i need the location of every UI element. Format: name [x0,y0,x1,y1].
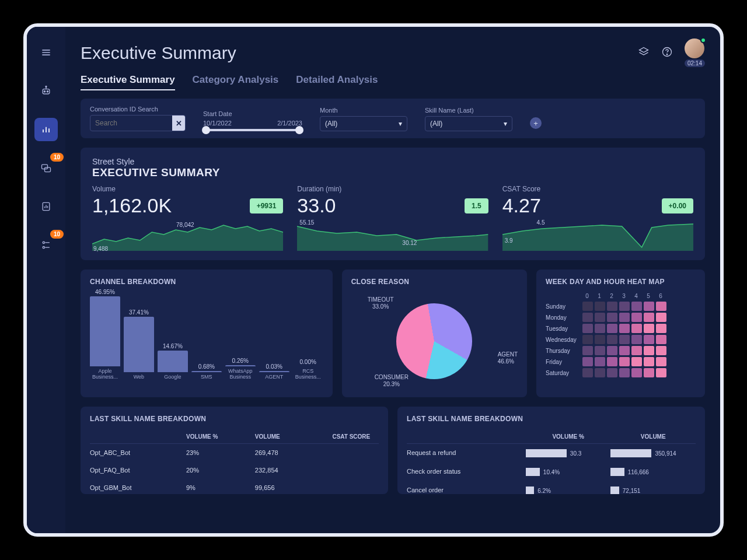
heat-row-friday: Friday [546,357,696,366]
channel-breakdown-panel: CHANNEL BREAKDOWN 46.95%Apple Business..… [81,270,333,397]
pie-label-agent: AGENT46.6% [498,351,518,365]
table-row: Cancel order 6.2% 72,151 [407,481,696,494]
bar-whatsapp-business: 0.26%WhatsApp Business [225,358,256,380]
pie-label-timeout: TIMEOUT33.0% [368,296,394,310]
kpi-delta: +0.00 [662,198,693,214]
reports-icon[interactable] [34,195,58,218]
session-timer: 02:14 [685,60,705,67]
heat-row-saturday: Saturday [546,368,696,377]
heat-row-tuesday: Tuesday [546,324,696,333]
bar-google: 14.67%Google [158,343,188,380]
skill-right-title: LAST SKILL NAME BREAKDOWN [407,415,696,423]
page-title: Executive Summary [81,43,236,63]
table-row: Opt_FAQ_Bot20%232,854 [90,461,379,479]
close-reason-panel: CLOSE REASON TIMEOUT33.0% AGENT46.6% CON… [342,270,527,397]
svg-point-7 [46,86,47,88]
kpi-delta: +9931 [250,198,284,214]
heat-row-thursday: Thursday [546,346,696,355]
start-date-value: 10/1/2022 [203,120,232,127]
month-select[interactable]: (All) ▾ [320,116,407,131]
filter-bar: Conversation ID Search ✕ Start Date 10/1… [81,99,705,138]
help-icon[interactable] [661,46,673,60]
workflow-icon[interactable]: 10 [34,233,58,257]
analytics-icon[interactable] [34,118,58,141]
table-row: Opt_GBM_Bot9%99,656 [90,479,379,494]
brand-name: Street Style [92,157,693,166]
bar-apple-business-: 46.95%Apple Business... [90,289,120,380]
heatmap-title: WEEK DAY AND HOUR HEAT MAP [546,278,696,286]
bot-icon[interactable] [34,79,58,103]
heatmap-panel: WEEK DAY AND HOUR HEAT MAP 0123456 Sunda… [536,270,705,397]
tabs: Executive Summary Category Analysis Deta… [81,74,705,90]
summary-card: Street Style EXECUTIVE SUMMARY Volume 1,… [81,148,705,260]
close-reason-pie [390,297,479,385]
svg-point-4 [44,91,45,92]
skill-left-title: LAST SKILL NAME BREAKDOWN [90,415,379,423]
summary-title: EXECUTIVE SUMMARY [92,166,693,179]
channel-title: CHANNEL BREAKDOWN [90,278,323,286]
menu-icon[interactable] [34,41,58,64]
conversations-badge: 10 [50,153,64,162]
start-date-label: Start Date [203,110,302,117]
table-row: Opt_ABC_Bot23%269,478 [90,444,379,461]
kpi-csat-score: CSAT Score 4.27 +0.00 3.9 4.5 [502,185,693,251]
bar-web: 37.41%Web [124,309,154,381]
heat-row-wednesday: Wednesday [546,335,696,344]
pie-label-consumer: CONSUMER20.3% [375,374,409,388]
table-row: Check order status 10.4% 116,666 [407,463,696,481]
table-row: Request a refund 30.3 350,914 [407,444,696,463]
skill-select[interactable]: (All) ▾ [425,116,512,131]
layers-icon[interactable] [638,46,650,60]
tab-executive-summary[interactable]: Executive Summary [81,74,175,90]
svg-point-17 [43,242,44,243]
bar-sms: 0.68%SMS [191,363,222,380]
sidebar: 10 10 [27,27,65,533]
online-indicator-icon [700,37,706,43]
svg-point-5 [47,91,48,92]
kpi-volume: Volume 1,162.0K +9931 9,488 78,042 [92,185,283,251]
skill-table-left: LAST SKILL NAME BREAKDOWN VOLUME % VOLUM… [81,407,388,494]
skill-table-right: LAST SKILL NAME BREAKDOWN VOLUME % VOLUM… [397,407,705,494]
heat-row-monday: Monday [546,313,696,322]
search-label: Conversation ID Search [90,106,186,113]
kpi-delta: 1.5 [465,198,488,214]
bar-agent: 0.03%AGENT [259,363,289,380]
kpi-duration-min-: Duration (min) 33.0 1.5 30.12 55.15 [297,185,488,251]
month-label: Month [320,107,407,114]
add-filter-button[interactable]: + [530,117,542,129]
tab-category-analysis[interactable]: Category Analysis [193,74,279,90]
user-avatar[interactable]: 02:14 [685,38,705,67]
date-range-slider[interactable]: 10/1/2022 2/1/2023 [203,120,302,131]
bar-rcs-business-: 0.00%RCS Business... [293,359,323,380]
search-input[interactable] [90,116,172,130]
clear-search-button[interactable]: ✕ [172,116,185,131]
workflow-badge: 10 [50,230,64,239]
heat-row-sunday: Sunday [546,302,696,311]
close-reason-title: CLOSE REASON [351,278,518,286]
svg-point-23 [666,54,667,54]
chevron-down-icon: ▾ [504,120,507,128]
conversations-icon[interactable]: 10 [34,156,58,180]
svg-marker-21 [639,47,648,52]
svg-point-18 [43,247,44,249]
tab-detailed-analysis[interactable]: Detailed Analysis [296,74,378,90]
chevron-down-icon: ▾ [399,120,402,128]
skill-label: Skill Name (Last) [425,107,512,114]
